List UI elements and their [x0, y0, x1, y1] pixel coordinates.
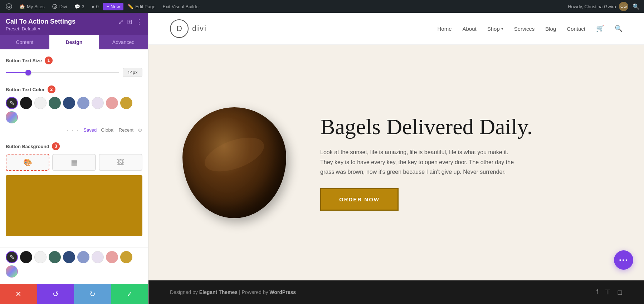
mysites-button[interactable]: 🏠 My Sites [16, 3, 48, 11]
bg-color-option[interactable]: 🎨 [6, 154, 49, 171]
swatch-dots[interactable]: · · · [67, 126, 79, 134]
bottom-swatch-black[interactable] [20, 251, 32, 263]
recent-label[interactable]: Recent [119, 127, 133, 133]
slider-value[interactable]: 14px [123, 68, 142, 77]
swatch-lavender[interactable] [77, 97, 89, 109]
cta-button[interactable]: ORDER NOW [320, 188, 399, 211]
new-button[interactable]: + New [103, 3, 123, 10]
comments-button[interactable]: 💬 3 [72, 3, 87, 11]
badge-2: 2 [48, 85, 55, 93]
hero-body: Look at the sunset, life is amazing, lif… [320, 147, 521, 177]
nav-about[interactable]: About [462, 26, 476, 32]
nav-shop[interactable]: Shop ▾ [487, 26, 503, 32]
home-icon: 🏠 [19, 4, 25, 9]
site-name-label: Divi [59, 4, 67, 9]
footer-elegant-themes: Elegant Themes [199, 289, 238, 295]
fullscreen-icon[interactable]: ⤢ [118, 18, 123, 26]
redo-button[interactable]: ↻ [74, 284, 111, 304]
button-text-size-section: Button Text Size 1 14px [6, 57, 142, 77]
save-button[interactable]: ✓ [111, 284, 148, 304]
swatch-pink[interactable] [106, 97, 118, 109]
hero-section: Bagels Delivered Daily. Look at the suns… [148, 45, 644, 280]
eyedropper-swatch[interactable]: ✎ [6, 97, 18, 109]
slider-thumb[interactable] [25, 70, 31, 75]
swatch-green[interactable] [49, 97, 61, 109]
bg-gradient-option[interactable]: ▦ [52, 154, 96, 171]
wp-logo-button[interactable]: W [3, 2, 15, 11]
logo-letter: D [176, 24, 182, 33]
swatch-gold[interactable] [120, 97, 132, 109]
global-label[interactable]: Global [101, 127, 114, 133]
bar-items: W 🏠 My Sites D Divi 💬 3 ● 0 + New ✏️ Edi… [3, 2, 568, 11]
color-preview-box [6, 175, 142, 236]
bg-image-option[interactable]: 🖼 [99, 154, 142, 171]
svg-text:D: D [54, 5, 56, 9]
nav-home[interactable]: Home [437, 26, 452, 32]
bottom-color-row: ✎ [0, 247, 148, 284]
bottom-swatch-light-purple[interactable] [92, 251, 104, 263]
shop-chevron-icon: ▾ [501, 26, 503, 31]
main-layout: Call To Action Settings Preset: Default … [0, 13, 644, 304]
bottom-swatch-navy[interactable] [63, 251, 75, 263]
slider-track[interactable] [6, 72, 119, 73]
search-icon[interactable]: 🔍 [631, 2, 641, 11]
avatar: CG [619, 2, 628, 11]
bubbles-button[interactable]: ● 0 [89, 3, 102, 11]
panel-header-icons: ⤢ ⊞ ⋮ [118, 18, 142, 26]
bottom-swatch-gold[interactable] [120, 251, 132, 263]
swatch-black[interactable] [20, 97, 32, 109]
badge-3: 3 [52, 142, 60, 150]
logo-circle: D [170, 19, 189, 38]
cancel-button[interactable]: ✕ [0, 284, 37, 304]
nav-services[interactable]: Services [514, 26, 535, 32]
edit-page-button[interactable]: ✏️ Edit Page [125, 3, 158, 11]
twitter-icon[interactable]: 𝕋 [605, 288, 610, 296]
button-text-size-label: Button Text Size 1 [6, 57, 142, 64]
swatch-gradient[interactable] [6, 111, 18, 123]
bottom-swatch-pink[interactable] [106, 251, 118, 263]
bottom-swatch-lavender[interactable] [77, 251, 89, 263]
nav-contact[interactable]: Contact [567, 26, 585, 32]
slider-fill [6, 72, 28, 73]
settings-gear-icon[interactable]: ⚙ [138, 127, 142, 133]
facebook-icon[interactable]: f [596, 288, 598, 296]
bottom-swatch-white[interactable] [34, 251, 47, 263]
exit-builder-label: Exit Visual Builder [162, 4, 200, 9]
panel-content: Button Text Size 1 14px Button Text Colo… [0, 49, 148, 247]
panel-footer: ✕ ↺ ↻ ✓ [0, 284, 148, 304]
bottom-swatch-green[interactable] [49, 251, 61, 263]
bubble-icon: ● [92, 4, 94, 9]
panel-tabs: Content Design Advanced [0, 35, 148, 49]
site-logo: D divi [170, 19, 207, 38]
nav-blog[interactable]: Blog [545, 26, 556, 32]
panel-title: Call To Action Settings [6, 18, 75, 25]
hero-content: Bagels Delivered Daily. Look at the suns… [320, 114, 615, 211]
search-nav-icon[interactable]: 🔍 [615, 25, 623, 33]
wp-admin-bar: W 🏠 My Sites D Divi 💬 3 ● 0 + New ✏️ Edi… [0, 0, 644, 13]
bottom-eyedropper-swatch[interactable]: ✎ [6, 251, 18, 263]
cart-icon[interactable]: 🛒 [596, 25, 604, 33]
comment-icon: 💬 [74, 4, 80, 9]
edit-icon: ✏️ [128, 4, 133, 9]
exit-builder-button[interactable]: Exit Visual Builder [160, 3, 203, 11]
instagram-icon[interactable]: ◻ [617, 288, 623, 296]
tab-advanced[interactable]: Advanced [99, 35, 148, 49]
more-options-icon[interactable]: ⋮ [136, 18, 142, 26]
bottom-swatch-gradient[interactable] [6, 265, 18, 278]
swatch-light-purple[interactable] [92, 97, 104, 109]
undo-button[interactable]: ↺ [37, 284, 74, 304]
swatch-white[interactable] [34, 97, 47, 109]
saved-label[interactable]: Saved [83, 127, 97, 133]
panel-preset[interactable]: Preset: Default ▾ [6, 26, 75, 31]
image-icon: 🖼 [117, 158, 124, 167]
comment-count: 3 [82, 4, 84, 9]
site-name-button[interactable]: D Divi [49, 2, 70, 11]
hero-image-area [177, 107, 292, 218]
swatch-navy[interactable] [63, 97, 75, 109]
tab-design[interactable]: Design [49, 35, 99, 49]
fab-button[interactable]: ··· [614, 250, 633, 270]
grid-icon[interactable]: ⊞ [127, 18, 132, 26]
edit-page-label: Edit Page [135, 4, 155, 9]
tab-content[interactable]: Content [0, 35, 49, 49]
button-text-color-label: Button Text Color 2 [6, 85, 142, 93]
